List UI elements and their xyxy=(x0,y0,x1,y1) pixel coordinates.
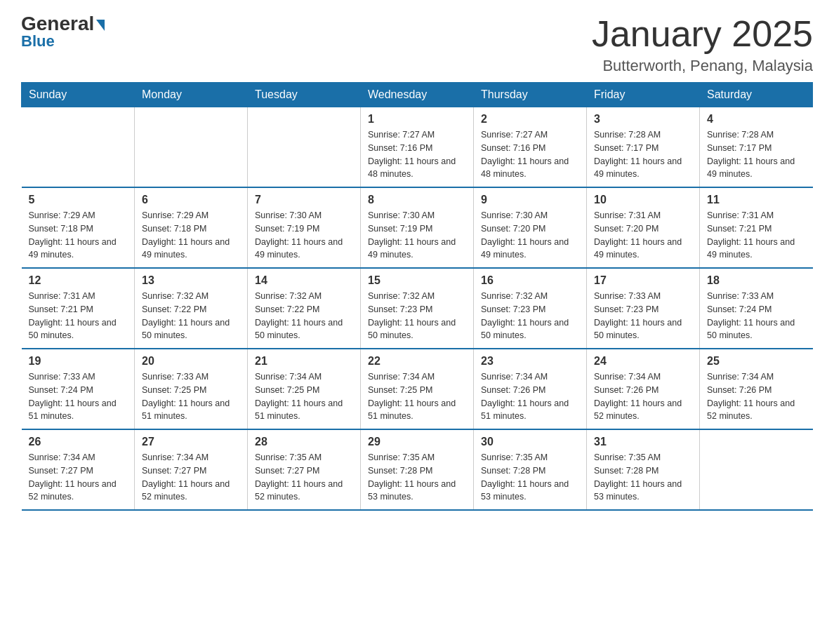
day-number: 2 xyxy=(481,113,579,126)
day-info: Sunrise: 7:30 AM Sunset: 7:19 PM Dayligh… xyxy=(255,209,353,262)
day-info: Sunrise: 7:32 AM Sunset: 7:23 PM Dayligh… xyxy=(481,290,579,342)
day-number: 29 xyxy=(368,436,466,448)
day-number: 25 xyxy=(707,355,806,368)
day-info: Sunrise: 7:33 AM Sunset: 7:24 PM Dayligh… xyxy=(707,290,806,342)
logo: General Blue xyxy=(21,14,105,51)
day-info: Sunrise: 7:33 AM Sunset: 7:25 PM Dayligh… xyxy=(142,370,240,423)
day-number: 4 xyxy=(707,113,806,126)
day-number: 26 xyxy=(29,436,128,448)
calendar-cell: 12Sunrise: 7:31 AM Sunset: 7:21 PM Dayli… xyxy=(22,268,135,349)
day-number: 20 xyxy=(142,355,240,368)
day-header-thursday: Thursday xyxy=(474,83,587,107)
day-number: 31 xyxy=(594,436,692,448)
day-number: 10 xyxy=(594,194,692,206)
calendar-title: January 2025 xyxy=(592,14,813,54)
day-number: 28 xyxy=(255,436,353,448)
logo-general: General xyxy=(21,14,105,34)
day-number: 24 xyxy=(594,355,692,368)
day-info: Sunrise: 7:31 AM Sunset: 7:21 PM Dayligh… xyxy=(29,290,128,342)
calendar-cell: 31Sunrise: 7:35 AM Sunset: 7:28 PM Dayli… xyxy=(587,429,700,510)
calendar-week-4: 19Sunrise: 7:33 AM Sunset: 7:24 PM Dayli… xyxy=(22,349,813,429)
day-number: 27 xyxy=(142,436,240,448)
calendar-week-1: 1Sunrise: 7:27 AM Sunset: 7:16 PM Daylig… xyxy=(22,107,813,188)
calendar-cell xyxy=(248,107,361,188)
day-number: 8 xyxy=(368,194,466,206)
calendar-cell: 25Sunrise: 7:34 AM Sunset: 7:26 PM Dayli… xyxy=(700,349,813,429)
calendar-cell: 2Sunrise: 7:27 AM Sunset: 7:16 PM Daylig… xyxy=(474,107,587,188)
title-section: January 2025 Butterworth, Penang, Malays… xyxy=(592,14,813,75)
day-info: Sunrise: 7:35 AM Sunset: 7:28 PM Dayligh… xyxy=(481,451,579,504)
day-info: Sunrise: 7:27 AM Sunset: 7:16 PM Dayligh… xyxy=(481,128,579,181)
day-info: Sunrise: 7:34 AM Sunset: 7:27 PM Dayligh… xyxy=(29,451,128,504)
day-number: 21 xyxy=(255,355,353,368)
calendar-cell: 1Sunrise: 7:27 AM Sunset: 7:16 PM Daylig… xyxy=(361,107,474,188)
day-info: Sunrise: 7:28 AM Sunset: 7:17 PM Dayligh… xyxy=(707,128,806,181)
day-number: 12 xyxy=(29,274,128,287)
day-info: Sunrise: 7:29 AM Sunset: 7:18 PM Dayligh… xyxy=(29,209,128,262)
calendar-cell: 27Sunrise: 7:34 AM Sunset: 7:27 PM Dayli… xyxy=(135,429,248,510)
day-info: Sunrise: 7:27 AM Sunset: 7:16 PM Dayligh… xyxy=(368,128,466,181)
calendar-cell: 22Sunrise: 7:34 AM Sunset: 7:25 PM Dayli… xyxy=(361,349,474,429)
calendar-cell: 15Sunrise: 7:32 AM Sunset: 7:23 PM Dayli… xyxy=(361,268,474,349)
day-info: Sunrise: 7:35 AM Sunset: 7:27 PM Dayligh… xyxy=(255,451,353,504)
day-number: 17 xyxy=(594,274,692,287)
day-info: Sunrise: 7:34 AM Sunset: 7:26 PM Dayligh… xyxy=(707,370,806,423)
day-number: 11 xyxy=(707,194,806,206)
day-number: 5 xyxy=(29,194,128,206)
logo-blue: Blue xyxy=(21,32,55,51)
calendar-cell: 17Sunrise: 7:33 AM Sunset: 7:23 PM Dayli… xyxy=(587,268,700,349)
day-info: Sunrise: 7:35 AM Sunset: 7:28 PM Dayligh… xyxy=(368,451,466,504)
calendar-cell: 11Sunrise: 7:31 AM Sunset: 7:21 PM Dayli… xyxy=(700,187,813,268)
day-number: 14 xyxy=(255,274,353,287)
calendar-cell: 9Sunrise: 7:30 AM Sunset: 7:20 PM Daylig… xyxy=(474,187,587,268)
calendar-cell: 4Sunrise: 7:28 AM Sunset: 7:17 PM Daylig… xyxy=(700,107,813,188)
calendar-week-3: 12Sunrise: 7:31 AM Sunset: 7:21 PM Dayli… xyxy=(22,268,813,349)
calendar-cell: 8Sunrise: 7:30 AM Sunset: 7:19 PM Daylig… xyxy=(361,187,474,268)
calendar-cell: 7Sunrise: 7:30 AM Sunset: 7:19 PM Daylig… xyxy=(248,187,361,268)
calendar-cell: 20Sunrise: 7:33 AM Sunset: 7:25 PM Dayli… xyxy=(135,349,248,429)
calendar-cell: 30Sunrise: 7:35 AM Sunset: 7:28 PM Dayli… xyxy=(474,429,587,510)
day-info: Sunrise: 7:35 AM Sunset: 7:28 PM Dayligh… xyxy=(594,451,692,504)
calendar-week-2: 5Sunrise: 7:29 AM Sunset: 7:18 PM Daylig… xyxy=(22,187,813,268)
calendar-cell: 24Sunrise: 7:34 AM Sunset: 7:26 PM Dayli… xyxy=(587,349,700,429)
day-header-sunday: Sunday xyxy=(22,83,135,107)
calendar-cell: 16Sunrise: 7:32 AM Sunset: 7:23 PM Dayli… xyxy=(474,268,587,349)
page-header: General Blue January 2025 Butterworth, P… xyxy=(21,14,813,75)
day-info: Sunrise: 7:32 AM Sunset: 7:22 PM Dayligh… xyxy=(255,290,353,342)
day-number: 19 xyxy=(29,355,128,368)
calendar-header-row: SundayMondayTuesdayWednesdayThursdayFrid… xyxy=(22,83,813,107)
day-number: 23 xyxy=(481,355,579,368)
day-info: Sunrise: 7:33 AM Sunset: 7:24 PM Dayligh… xyxy=(29,370,128,423)
day-info: Sunrise: 7:30 AM Sunset: 7:19 PM Dayligh… xyxy=(368,209,466,262)
day-number: 9 xyxy=(481,194,579,206)
day-number: 3 xyxy=(594,113,692,126)
calendar-cell: 19Sunrise: 7:33 AM Sunset: 7:24 PM Dayli… xyxy=(22,349,135,429)
day-info: Sunrise: 7:29 AM Sunset: 7:18 PM Dayligh… xyxy=(142,209,240,262)
day-number: 16 xyxy=(481,274,579,287)
day-info: Sunrise: 7:34 AM Sunset: 7:25 PM Dayligh… xyxy=(255,370,353,423)
calendar-cell: 29Sunrise: 7:35 AM Sunset: 7:28 PM Dayli… xyxy=(361,429,474,510)
calendar-cell xyxy=(700,429,813,510)
calendar-cell: 14Sunrise: 7:32 AM Sunset: 7:22 PM Dayli… xyxy=(248,268,361,349)
day-info: Sunrise: 7:28 AM Sunset: 7:17 PM Dayligh… xyxy=(594,128,692,181)
calendar-cell: 21Sunrise: 7:34 AM Sunset: 7:25 PM Dayli… xyxy=(248,349,361,429)
calendar-cell: 3Sunrise: 7:28 AM Sunset: 7:17 PM Daylig… xyxy=(587,107,700,188)
calendar-cell: 26Sunrise: 7:34 AM Sunset: 7:27 PM Dayli… xyxy=(22,429,135,510)
calendar-cell: 10Sunrise: 7:31 AM Sunset: 7:20 PM Dayli… xyxy=(587,187,700,268)
day-info: Sunrise: 7:32 AM Sunset: 7:23 PM Dayligh… xyxy=(368,290,466,342)
day-info: Sunrise: 7:31 AM Sunset: 7:21 PM Dayligh… xyxy=(707,209,806,262)
day-number: 6 xyxy=(142,194,240,206)
day-info: Sunrise: 7:33 AM Sunset: 7:23 PM Dayligh… xyxy=(594,290,692,342)
calendar-cell: 28Sunrise: 7:35 AM Sunset: 7:27 PM Dayli… xyxy=(248,429,361,510)
day-number: 15 xyxy=(368,274,466,287)
calendar-table: SundayMondayTuesdayWednesdayThursdayFrid… xyxy=(21,82,813,511)
day-info: Sunrise: 7:34 AM Sunset: 7:26 PM Dayligh… xyxy=(594,370,692,423)
day-info: Sunrise: 7:31 AM Sunset: 7:20 PM Dayligh… xyxy=(594,209,692,262)
day-header-wednesday: Wednesday xyxy=(361,83,474,107)
day-number: 30 xyxy=(481,436,579,448)
calendar-cell xyxy=(135,107,248,188)
calendar-subtitle: Butterworth, Penang, Malaysia xyxy=(592,57,813,75)
day-info: Sunrise: 7:34 AM Sunset: 7:26 PM Dayligh… xyxy=(481,370,579,423)
calendar-cell: 23Sunrise: 7:34 AM Sunset: 7:26 PM Dayli… xyxy=(474,349,587,429)
day-number: 18 xyxy=(707,274,806,287)
